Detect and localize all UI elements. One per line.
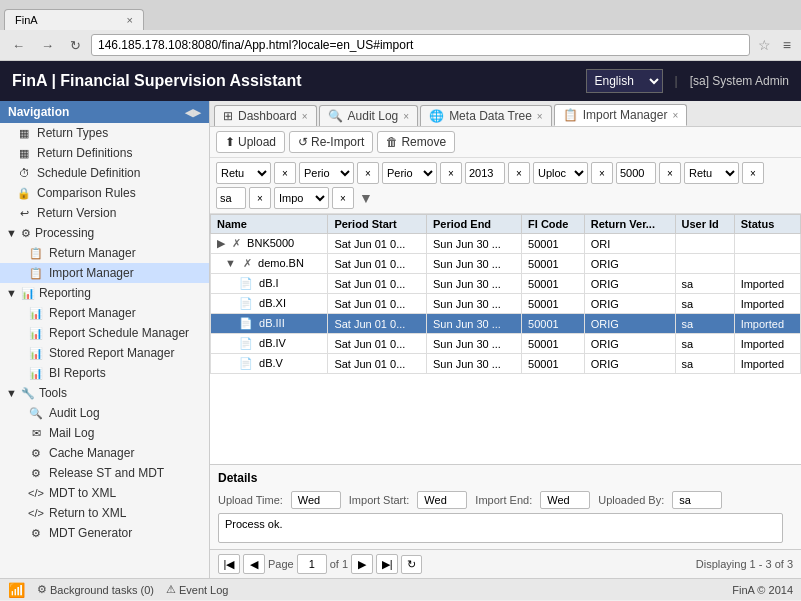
sidebar-item-mdt-generator[interactable]: ⚙ MDT Generator	[0, 523, 209, 543]
count-filter-clear[interactable]: ×	[659, 162, 681, 184]
sidebar-item-label: MDT Generator	[49, 526, 132, 540]
page-controls: |◀ ◀ Page of 1 ▶ ▶| ↻	[218, 554, 422, 574]
prev-page-button[interactable]: ◀	[243, 554, 265, 574]
tab-meta-data-tree[interactable]: 🌐 Meta Data Tree ×	[420, 105, 552, 126]
last-page-button[interactable]: ▶|	[376, 554, 398, 574]
year-filter[interactable]	[465, 162, 505, 184]
return-ver-clear[interactable]: ×	[742, 162, 764, 184]
sidebar-collapse-icon[interactable]: ◀▶	[185, 107, 201, 118]
user-filter-clear[interactable]: ×	[249, 187, 271, 209]
refresh-button[interactable]: ↻	[64, 35, 87, 56]
period-start-clear[interactable]: ×	[357, 162, 379, 184]
sidebar-item-audit-log[interactable]: 🔍 Audit Log	[0, 403, 209, 423]
page-input[interactable]	[297, 554, 327, 574]
col-name[interactable]: Name	[211, 215, 328, 234]
table-row[interactable]: 📄 dB.XI Sat Jun 01 0... Sun Jun 30 ... 5…	[211, 294, 801, 314]
tab-dashboard[interactable]: ⊞ Dashboard ×	[214, 105, 317, 126]
sidebar-item-bi-reports[interactable]: 📊 BI Reports	[0, 363, 209, 383]
dashboard-close-icon[interactable]: ×	[302, 111, 308, 122]
table-row[interactable]: ▼ ✗ demo.BN Sat Jun 01 0... Sun Jun 30 .…	[211, 254, 801, 274]
remove-button[interactable]: 🗑 Remove	[377, 131, 455, 153]
menu-icon[interactable]: ≡	[779, 37, 795, 53]
row-type-icon: 📄	[239, 357, 253, 369]
upload-filter-clear[interactable]: ×	[591, 162, 613, 184]
user-filter[interactable]	[216, 187, 246, 209]
return-filter[interactable]: Retu	[216, 162, 271, 184]
sidebar-item-return-definitions[interactable]: ▦ Return Definitions	[0, 143, 209, 163]
sidebar-item-mail-log[interactable]: ✉ Mail Log	[0, 423, 209, 443]
import-filter[interactable]: Impo	[274, 187, 329, 209]
sidebar-item-label: Mail Log	[49, 426, 94, 440]
tab-audit-log-label: Audit Log	[348, 109, 399, 123]
sidebar-item-return-types[interactable]: ▦ Return Types	[0, 123, 209, 143]
sidebar-section-processing[interactable]: ▼ ⚙ Processing	[0, 223, 209, 243]
import-filter-clear[interactable]: ×	[332, 187, 354, 209]
sidebar-item-schedule-definition[interactable]: ⏱ Schedule Definition	[0, 163, 209, 183]
sidebar-item-mdt-to-xml[interactable]: </> MDT to XML	[0, 483, 209, 503]
expand-icon[interactable]: ▶	[217, 237, 225, 249]
tab-title: FinA	[15, 14, 121, 26]
tab-import-manager[interactable]: 📋 Import Manager ×	[554, 104, 688, 126]
back-button[interactable]: ←	[6, 35, 31, 56]
count-filter[interactable]	[616, 162, 656, 184]
col-status[interactable]: Status	[734, 215, 800, 234]
sidebar-item-import-manager[interactable]: 📋 Import Manager	[0, 263, 209, 283]
sidebar-item-report-manager[interactable]: 📊 Report Manager	[0, 303, 209, 323]
bookmark-icon[interactable]: ☆	[754, 37, 775, 53]
col-user-id[interactable]: User Id	[675, 215, 734, 234]
upload-button[interactable]: ⬆ Upload	[216, 131, 285, 153]
meta-data-close-icon[interactable]: ×	[537, 111, 543, 122]
return-filter-clear[interactable]: ×	[274, 162, 296, 184]
period-end-clear[interactable]: ×	[440, 162, 462, 184]
language-dropdown[interactable]: English Deutsch Français	[586, 69, 663, 93]
reimport-button[interactable]: ↺ Re-Import	[289, 131, 373, 153]
sidebar-item-release-st-mdt[interactable]: ⚙ Release ST and MDT	[0, 463, 209, 483]
address-bar[interactable]	[91, 34, 750, 56]
event-log[interactable]: ⚠ Event Log	[166, 583, 229, 596]
return-ver-filter[interactable]: Retu	[684, 162, 739, 184]
period-end-filter[interactable]: Perio	[382, 162, 437, 184]
col-period-end[interactable]: Period End	[427, 215, 522, 234]
filter-funnel-icon[interactable]: ▼	[359, 190, 373, 206]
sidebar-item-return-version[interactable]: ↩ Return Version	[0, 203, 209, 223]
toolbar: ⬆ Upload ↺ Re-Import 🗑 Remove	[210, 127, 801, 158]
table-row[interactable]: ▶ ✗ BNK5000 Sat Jun 01 0... Sun Jun 30 .…	[211, 234, 801, 254]
next-page-button[interactable]: ▶	[351, 554, 373, 574]
sidebar-item-label: Return to XML	[49, 506, 126, 520]
import-manager-tab-icon: 📋	[563, 108, 578, 122]
col-fi-code[interactable]: FI Code	[522, 215, 585, 234]
upload-filter[interactable]: Uploc	[533, 162, 588, 184]
forward-button[interactable]: →	[35, 35, 60, 56]
bi-reports-icon: 📊	[28, 367, 44, 380]
table-row[interactable]: 📄 dB.V Sat Jun 01 0... Sun Jun 30 ... 50…	[211, 354, 801, 374]
pagination-bar: |◀ ◀ Page of 1 ▶ ▶| ↻ Displaying 1 - 3 o…	[210, 549, 801, 578]
period-start-filter[interactable]: Perio	[299, 162, 354, 184]
sidebar: Navigation ◀▶ ▦ Return Types ▦ Return De…	[0, 101, 210, 578]
tab-close-btn[interactable]: ×	[127, 14, 133, 26]
browser-tab[interactable]: FinA ×	[4, 9, 144, 30]
sidebar-item-return-manager[interactable]: 📋 Return Manager	[0, 243, 209, 263]
sidebar-section-tools[interactable]: ▼ 🔧 Tools	[0, 383, 209, 403]
sidebar-item-report-schedule-manager[interactable]: 📊 Report Schedule Manager	[0, 323, 209, 343]
sidebar-item-return-to-xml[interactable]: </> Return to XML	[0, 503, 209, 523]
audit-log-close-icon[interactable]: ×	[403, 111, 409, 122]
sidebar-item-comparison-rules[interactable]: 🔒 Comparison Rules	[0, 183, 209, 203]
comparison-icon: 🔒	[16, 187, 32, 200]
sidebar-item-stored-report-manager[interactable]: 📊 Stored Report Manager	[0, 343, 209, 363]
first-page-button[interactable]: |◀	[218, 554, 240, 574]
separator: |	[675, 74, 678, 88]
processing-section-icon: ⚙	[21, 227, 31, 240]
col-period-start[interactable]: Period Start	[328, 215, 427, 234]
table-row-selected[interactable]: 📄 dB.III Sat Jun 01 0... Sun Jun 30 ... …	[211, 314, 801, 334]
import-manager-close-icon[interactable]: ×	[672, 110, 678, 121]
refresh-data-button[interactable]: ↻	[401, 555, 422, 574]
sidebar-section-reporting[interactable]: ▼ 📊 Reporting	[0, 283, 209, 303]
sidebar-item-cache-manager[interactable]: ⚙ Cache Manager	[0, 443, 209, 463]
expand-icon[interactable]: ▼	[225, 257, 236, 269]
background-tasks[interactable]: ⚙ Background tasks (0)	[37, 583, 154, 596]
table-row[interactable]: 📄 dB.I Sat Jun 01 0... Sun Jun 30 ... 50…	[211, 274, 801, 294]
year-filter-clear[interactable]: ×	[508, 162, 530, 184]
tab-audit-log[interactable]: 🔍 Audit Log ×	[319, 105, 419, 126]
col-return-ver[interactable]: Return Ver...	[584, 215, 675, 234]
table-row[interactable]: 📄 dB.IV Sat Jun 01 0... Sun Jun 30 ... 5…	[211, 334, 801, 354]
